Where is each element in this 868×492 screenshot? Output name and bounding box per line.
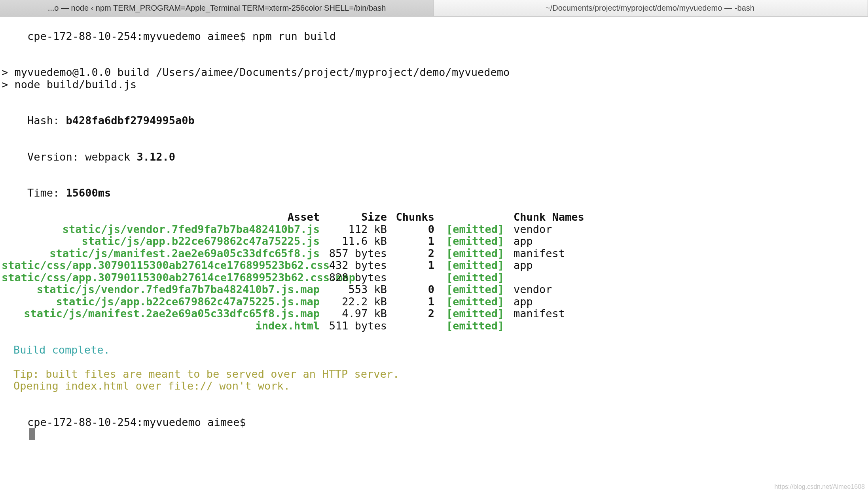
chunk-name-cell bbox=[504, 320, 866, 332]
blank-line bbox=[2, 91, 866, 103]
asset-table-row: static/css/app.30790115300ab27614ce17689… bbox=[2, 272, 866, 284]
terminal-tab-left[interactable]: ...o — node ‹ npm TERM_PROGRAM=Apple_Ter… bbox=[0, 0, 434, 16]
size-cell: 511 bytes bbox=[322, 320, 389, 332]
npm-script-line: > node build/build.js bbox=[2, 79, 866, 91]
asset-table-row: static/js/app.b22ce679862c47a75225.js11.… bbox=[2, 235, 866, 248]
hash-label: Hash: bbox=[27, 114, 66, 127]
emitted-cell: [emitted] bbox=[437, 320, 504, 332]
chunks-cell bbox=[389, 320, 437, 332]
col-chunks-header: Chunks bbox=[389, 211, 437, 223]
asset-cell: static/js/app.b22ce679862c47a75225.js.ma… bbox=[2, 296, 322, 308]
col-emit-header bbox=[437, 211, 504, 223]
size-cell: 553 kB bbox=[322, 284, 389, 296]
size-cell: 432 bytes bbox=[322, 259, 389, 272]
webpack-hash-line: Hash: b428fa6dbf2794995a0b bbox=[2, 103, 866, 139]
terminal-tab-right[interactable]: ~/Documents/project/myproject/demo/myvue… bbox=[434, 0, 868, 16]
chunk-name-cell: app bbox=[504, 235, 866, 248]
blank-line bbox=[2, 392, 866, 405]
asset-cell: static/js/app.b22ce679862c47a75225.js bbox=[2, 235, 322, 248]
size-cell: 11.6 kB bbox=[322, 235, 389, 248]
asset-cell: static/js/vendor.7fed9fa7b7ba482410b7.js… bbox=[2, 284, 322, 296]
emitted-cell: [emitted] bbox=[437, 223, 504, 236]
asset-cell: static/js/vendor.7fed9fa7b7ba482410b7.js bbox=[2, 223, 322, 236]
asset-table-row: static/js/app.b22ce679862c47a75225.js.ma… bbox=[2, 296, 866, 308]
prompt-line: cpe-172-88-10-254:myvuedemo aimee$ bbox=[2, 404, 866, 453]
watermark-text: https://blog.csdn.net/Aimee1608 bbox=[774, 483, 865, 490]
asset-table-row: static/js/vendor.7fed9fa7b7ba482410b7.js… bbox=[2, 223, 866, 236]
asset-cell: static/css/app.30790115300ab27614ce17689… bbox=[2, 259, 322, 272]
asset-cell: static/js/manifest.2ae2e69a05c33dfc65f8.… bbox=[2, 308, 322, 320]
col-size-header: Size bbox=[322, 211, 389, 223]
shell-prompt: cpe-172-88-10-254:myvuedemo aimee$ bbox=[27, 416, 246, 428]
chunk-name-cell: app bbox=[504, 259, 866, 272]
emitted-cell: [emitted] bbox=[437, 248, 504, 260]
asset-cell: index.html bbox=[2, 320, 322, 332]
size-cell: 112 kB bbox=[322, 223, 389, 236]
emitted-cell: [emitted] bbox=[437, 235, 504, 248]
asset-table-row: static/js/vendor.7fed9fa7b7ba482410b7.js… bbox=[2, 284, 866, 296]
chunks-cell: 0 bbox=[389, 284, 437, 296]
chunks-cell: 0 bbox=[389, 223, 437, 236]
col-name-header: Chunk Names bbox=[504, 211, 866, 223]
shell-prompt: cpe-172-88-10-254:myvuedemo aimee$ bbox=[27, 30, 252, 42]
asset-table-header: Asset Size Chunks Chunk Names bbox=[2, 211, 866, 223]
emitted-cell: [emitted] bbox=[437, 259, 504, 272]
webpack-time-line: Time: 15600ms bbox=[2, 175, 866, 212]
chunk-name-cell bbox=[504, 272, 866, 284]
chunks-cell bbox=[389, 272, 437, 284]
chunk-name-cell: vendor bbox=[504, 223, 866, 236]
emitted-cell: [emitted] bbox=[437, 272, 504, 284]
time-label: Time: bbox=[27, 187, 66, 199]
version-label: Version: webpack bbox=[27, 151, 136, 163]
size-cell: 22.2 kB bbox=[322, 296, 389, 308]
terminal-tabbar: ...o — node ‹ npm TERM_PROGRAM=Apple_Ter… bbox=[0, 0, 868, 17]
chunks-cell: 1 bbox=[389, 259, 437, 272]
blank-line bbox=[2, 332, 866, 344]
size-cell: 857 bytes bbox=[322, 248, 389, 260]
asset-table-row: static/js/manifest.2ae2e69a05c33dfc65f8.… bbox=[2, 308, 866, 320]
time-value: 15600ms bbox=[66, 187, 111, 199]
version-value: 3.12.0 bbox=[136, 151, 175, 163]
tip-line: Opening index.html over file:// won't wo… bbox=[2, 380, 866, 392]
emitted-cell: [emitted] bbox=[437, 308, 504, 320]
chunks-cell: 1 bbox=[389, 296, 437, 308]
tab-title: ...o — node ‹ npm TERM_PROGRAM=Apple_Ter… bbox=[48, 4, 386, 13]
chunks-cell: 2 bbox=[389, 248, 437, 260]
size-cell: 828 bytes bbox=[322, 272, 389, 284]
entered-command: npm run build bbox=[252, 30, 336, 42]
npm-script-line: > myvuedemo@1.0.0 build /Users/aimee/Doc… bbox=[2, 66, 866, 79]
chunk-name-cell: manifest bbox=[504, 308, 866, 320]
chunk-name-cell: app bbox=[504, 296, 866, 308]
prompt-line: cpe-172-88-10-254:myvuedemo aimee$ npm r… bbox=[2, 18, 866, 55]
col-asset-header: Asset bbox=[2, 211, 322, 223]
emitted-cell: [emitted] bbox=[437, 284, 504, 296]
tab-title-shell: -bash bbox=[735, 4, 754, 13]
size-cell: 4.97 kB bbox=[322, 308, 389, 320]
terminal-body[interactable]: cpe-172-88-10-254:myvuedemo aimee$ npm r… bbox=[0, 17, 868, 453]
blank-line bbox=[2, 356, 866, 368]
chunk-name-cell: vendor bbox=[504, 284, 866, 296]
blank-line bbox=[2, 55, 866, 67]
asset-cell: static/js/manifest.2ae2e69a05c33dfc65f8.… bbox=[2, 248, 322, 260]
build-complete-line: Build complete. bbox=[2, 344, 866, 356]
asset-table-row: static/css/app.30790115300ab27614ce17689… bbox=[2, 259, 866, 272]
asset-table-row: index.html511 bytes[emitted] bbox=[2, 320, 866, 332]
hash-value: b428fa6dbf2794995a0b bbox=[66, 114, 195, 127]
asset-table: Asset Size Chunks Chunk Names static/js/… bbox=[2, 211, 866, 332]
tab-title-path: ~/Documents/project/myproject/demo/myvue… bbox=[546, 4, 732, 13]
chunks-cell: 1 bbox=[389, 235, 437, 248]
chunk-name-cell: manifest bbox=[504, 248, 866, 260]
asset-table-row: static/js/manifest.2ae2e69a05c33dfc65f8.… bbox=[2, 248, 866, 260]
chunks-cell: 2 bbox=[389, 308, 437, 320]
asset-cell: static/css/app.30790115300ab27614ce17689… bbox=[2, 272, 322, 284]
tip-line: Tip: built files are meant to be served … bbox=[2, 368, 866, 380]
emitted-cell: [emitted] bbox=[437, 296, 504, 308]
webpack-version-line: Version: webpack 3.12.0 bbox=[2, 139, 866, 175]
cursor-block-icon bbox=[29, 428, 35, 440]
